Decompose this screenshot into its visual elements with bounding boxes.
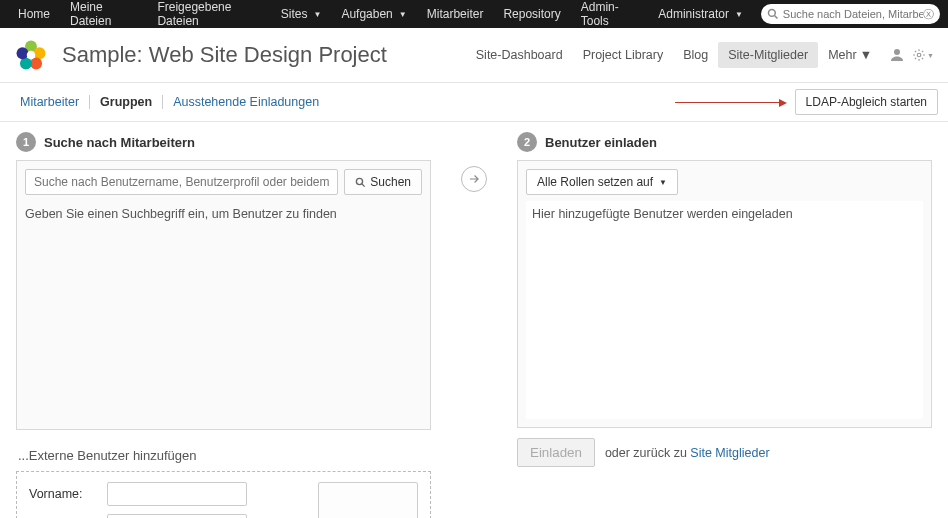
svg-point-5 [20,58,32,70]
nav-admin-tools[interactable]: Admin-Tools [571,0,648,28]
user-icon[interactable] [886,44,908,66]
site-nav-blog[interactable]: Blog [673,42,718,68]
search-icon [355,177,366,188]
main-content: 1 Suche nach Mitarbeitern Suchen Geben S… [0,122,948,518]
svg-point-4 [30,58,42,70]
subtab-pending[interactable]: Ausstehende Einladungen [163,92,329,112]
nav-tasks[interactable]: Aufgaben▼ [331,0,416,28]
site-nav-dashboard[interactable]: Site-Dashboard [466,42,573,68]
svg-point-7 [27,51,36,60]
annotation-arrow [675,102,785,103]
site-nav-more[interactable]: Mehr▼ [818,42,882,68]
search-icon [767,8,779,20]
site-nav: Site-Dashboard Project Library Blog Site… [466,42,934,68]
gear-icon[interactable]: ▼ [912,44,934,66]
chevron-down-icon: ▼ [927,52,934,59]
global-nav: Home Meine Dateien Freigegebene Dateien … [0,0,948,28]
right-column: 2 Benutzer einladen Alle Rollen setzen a… [517,132,932,467]
svg-point-6 [17,47,29,59]
invite-button[interactable]: Einladen [517,438,595,467]
back-link[interactable]: Site Mitglieder [690,446,769,460]
subtab-groups[interactable]: Gruppen [90,92,162,112]
svg-point-10 [357,178,363,184]
chevron-down-icon: ▼ [659,178,667,187]
svg-point-8 [894,49,900,55]
step-badge: 2 [517,132,537,152]
nav-my-files[interactable]: Meine Dateien [60,0,147,28]
site-nav-library[interactable]: Project Library [573,42,674,68]
search-panel: Suchen Geben Sie einen Suchbegriff ein, … [16,160,431,430]
chevron-down-icon: ▼ [399,10,407,19]
nav-home[interactable]: Home [8,0,60,28]
add-external-button[interactable]: Hinzufügen >> [318,482,418,518]
members-subnav: Mitarbeiter Gruppen Ausstehende Einladun… [0,83,948,122]
nav-sites[interactable]: Sites▼ [271,0,332,28]
firstname-input[interactable] [107,482,247,506]
set-all-roles-button[interactable]: Alle Rollen setzen auf ▼ [526,169,678,195]
global-search[interactable]: ⓧ [761,4,940,24]
people-search-input[interactable] [25,169,338,195]
step-1-header: 1 Suche nach Mitarbeitern [16,132,431,152]
alfresco-logo-icon [14,38,48,72]
lastname-input[interactable] [107,514,247,518]
subtab-people[interactable]: Mitarbeiter [10,92,89,112]
svg-point-9 [917,53,921,57]
svg-point-3 [34,47,46,59]
invite-panel: Alle Rollen setzen auf ▼ Hier hinzugefüg… [517,160,932,428]
site-title: Sample: Web Site Design Project [62,42,466,68]
global-nav-left: Home Meine Dateien Freigegebene Dateien … [8,0,648,28]
ldap-sync-button[interactable]: LDAP-Abgleich starten [795,89,938,115]
step-title: Benutzer einladen [545,135,657,150]
site-header: Sample: Web Site Design Project Site-Das… [0,28,948,83]
nav-repository[interactable]: Repository [493,0,570,28]
nav-shared-files[interactable]: Freigegebene Dateien [147,0,270,28]
site-nav-members[interactable]: Site-Mitglieder [718,42,818,68]
invite-list: Hier hinzugefügte Benutzer werden eingel… [526,201,923,419]
svg-line-1 [774,16,777,19]
step-2-header: 2 Benutzer einladen [517,132,932,152]
chevron-down-icon: ▼ [860,48,872,62]
step-title: Suche nach Mitarbeitern [44,135,195,150]
search-button[interactable]: Suchen [344,169,422,195]
nav-people[interactable]: Mitarbeiter [417,0,494,28]
chevron-down-icon: ▼ [313,10,321,19]
user-menu[interactable]: Administrator▼ [648,7,753,21]
global-search-input[interactable] [783,8,923,20]
invite-list-hint: Hier hinzugefügte Benutzer werden eingel… [532,207,793,221]
chevron-down-icon: ▼ [735,10,743,19]
firstname-label: Vorname: [29,487,107,501]
back-text: oder zurück zu Site Mitglieder [605,446,770,460]
svg-line-11 [362,183,365,186]
search-hint: Geben Sie einen Suchbegriff ein, um Benu… [25,203,422,421]
transfer-arrow-button[interactable] [461,166,487,192]
svg-point-0 [768,10,775,17]
external-users-panel: Vorname: Nachname: E-Mail: Hinzufügen >> [16,471,431,518]
external-users-title: ...Externe Benutzer hinzufügen [18,448,431,463]
left-column: 1 Suche nach Mitarbeitern Suchen Geben S… [16,132,431,518]
step-badge: 1 [16,132,36,152]
clear-icon[interactable]: ⓧ [923,7,934,22]
